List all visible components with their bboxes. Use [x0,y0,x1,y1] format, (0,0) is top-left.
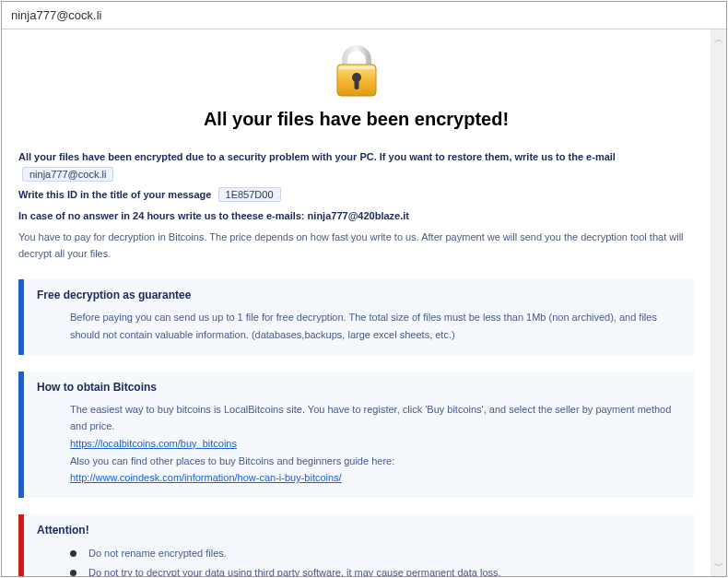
ransom-window: ninja777@cock.li [1,1,727,577]
intro-text-1: All your files have been encrypted due t… [18,151,616,162]
coindesk-link[interactable]: http://www.coindesk.com/information/how-… [70,472,342,483]
obtain-text-1: The easiest way to buy bitcoins is Local… [70,404,671,432]
window-title: ninja777@cock.li [11,8,101,22]
obtain-bitcoins-title: How to obtain Bitcoins [37,381,681,394]
free-decryption-body: Before paying you can send us up to 1 fi… [37,309,681,343]
free-decryption-title: Free decryption as guarantee [37,289,681,301]
obtain-bitcoins-box: How to obtain Bitcoins The easiest way t… [18,372,694,498]
intro-text-3: In case of no answer in 24 hours write u… [18,210,305,221]
attention-box: Attention! Do not rename encrypted files… [18,514,694,576]
intro-email-3: ninja777@420blaze.it [308,210,409,221]
main-heading: All your files have been encrypted! [18,109,694,130]
window-titlebar: ninja777@cock.li [2,2,726,29]
content-area: All your files have been encrypted! All … [2,29,726,576]
payment-note: You have to pay for decryption in Bitcoi… [18,229,694,263]
id-badge: 1E857D00 [218,187,281,202]
scroll-up-icon[interactable]: ︿ [714,33,723,46]
list-item: Do not try to decrypt your data using th… [70,563,681,576]
free-decryption-box: Free decryption as guarantee Before payi… [18,279,694,354]
lock-container [18,44,694,101]
lock-icon [332,85,382,100]
svg-rect-3 [354,79,358,89]
intro-text-2: Write this ID in the title of your messa… [18,189,211,200]
attention-title: Attention! [37,524,681,537]
localbitcoins-link[interactable]: https://localbitcoins.com/buy_bitcoins [70,438,237,449]
obtain-bitcoins-body: The easiest way to buy bitcoins is Local… [37,401,681,487]
intro-line-3: In case of no answer in 24 hours write u… [18,207,694,225]
intro-line-2: Write this ID in the title of your messa… [18,186,694,204]
intro-line-1: All your files have been encrypted due t… [18,148,694,183]
scroll-down-icon[interactable]: ﹀ [714,560,723,572]
obtain-text-2: Also you can find other places to buy Bi… [70,455,394,466]
attention-list: Do not rename encrypted files. Do not tr… [37,544,681,576]
list-item: Do not rename encrypted files. [70,544,681,563]
vertical-scrollbar[interactable]: ︿ ﹀ [710,29,726,576]
svg-rect-1 [339,66,374,69]
email-badge: ninja777@cock.li [22,167,113,182]
content-panel: All your files have been encrypted! All … [2,29,710,576]
